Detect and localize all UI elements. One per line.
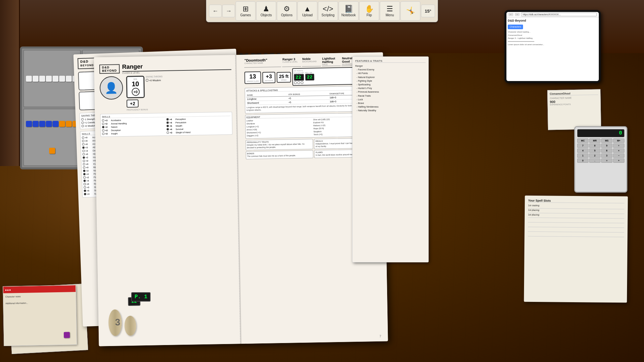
skill-value: +4 <box>169 128 175 130</box>
race-label: RACE <box>322 63 341 66</box>
die[interactable] <box>26 76 32 82</box>
scripting-button[interactable]: </> Scripting <box>318 1 338 21</box>
calc-btn-sub[interactable]: − <box>613 153 624 158</box>
calc-btn-eq[interactable]: = <box>601 158 612 163</box>
save-name: Strength <box>87 118 95 120</box>
notebook-button[interactable]: 📓 Notebook <box>339 1 359 21</box>
die[interactable] <box>33 121 39 127</box>
skill-value: +3 <box>105 119 110 122</box>
tablet-device[interactable]: ← → https://ddb.ac/characters/XXXXXX/...… <box>504 10 601 83</box>
upload-icon: ▲ <box>304 5 311 13</box>
die[interactable] <box>59 76 65 82</box>
portrait-silhouette: 👤 <box>105 81 118 94</box>
calc-btn-7[interactable]: 7 <box>577 143 589 148</box>
die[interactable] <box>46 121 52 127</box>
saving-throws-wis: SAVING THROWS +0 Wisdom <box>146 75 163 98</box>
char-name-label: CHARACTER NAME <box>244 62 281 64</box>
sk-val: +0 <box>86 166 93 169</box>
skill-name: Sleight of Hand <box>176 131 191 134</box>
skill-name: Stealth <box>175 125 182 127</box>
calc-btn-dot[interactable]: . <box>589 158 600 163</box>
die[interactable] <box>39 76 45 82</box>
calc-btn-mc[interactable]: MC <box>577 138 589 143</box>
notebook-icon: 📓 <box>344 5 353 13</box>
blue-dice-cell <box>23 109 81 166</box>
upload-button[interactable]: ▲ Upload <box>297 1 317 21</box>
calc-btn-6[interactable]: 6 <box>601 148 612 153</box>
tablet-back[interactable]: ← <box>508 13 513 16</box>
flip-button[interactable]: ✋ Flip <box>359 1 379 21</box>
background-label: BACKGROUND <box>302 60 321 63</box>
options-button[interactable]: ⚙ Options <box>277 1 297 21</box>
calc-btn-8[interactable]: 8 <box>589 143 600 148</box>
left-beam <box>0 0 20 166</box>
sk-val: +3 <box>85 146 92 149</box>
calc-btn-0[interactable]: 0 <box>577 158 589 163</box>
die[interactable] <box>33 76 39 82</box>
proficiency-label: PROFICIENCY BONUS <box>127 107 232 111</box>
scroll-digital-display: P. 1 <box>131 292 151 302</box>
sk-dot <box>82 136 84 139</box>
die[interactable] <box>46 76 52 82</box>
page-number-3: 3 <box>115 317 120 327</box>
die[interactable] <box>53 76 58 82</box>
skill-circle <box>102 133 104 135</box>
forward-button[interactable]: → <box>222 5 235 17</box>
back-button[interactable]: ← <box>209 5 222 17</box>
die[interactable] <box>66 121 72 127</box>
sk-dot <box>83 160 85 162</box>
objects-icon: ♟ <box>263 5 269 13</box>
save-circle <box>146 79 149 82</box>
die[interactable] <box>39 121 45 127</box>
calc-btn-9[interactable]: 9 <box>601 143 612 148</box>
calc-btn-3[interactable]: 3 <box>601 153 612 158</box>
sk-dot-filled <box>83 156 85 159</box>
calc-btn-div[interactable]: ÷ <box>613 143 624 148</box>
calc-btn-5[interactable]: 5 <box>589 148 600 153</box>
tablet-content: D&D Beyond Characters Character sheet lo… <box>506 17 599 81</box>
calc-btn-4[interactable]: 4 <box>577 148 589 153</box>
sk-dot <box>82 140 84 142</box>
die[interactable] <box>66 76 72 82</box>
die[interactable] <box>49 148 55 154</box>
calc-btn-mul[interactable]: × <box>613 148 624 153</box>
race-value: Lightfoot Halfling <box>322 57 340 64</box>
figure-icon: 🤸 <box>406 7 415 15</box>
calc-btn-add[interactable]: + <box>613 158 624 163</box>
misc-papers-area: garyandgregor SOMETHING UNKNOWN Crude se… <box>3 279 90 352</box>
die[interactable] <box>26 121 32 127</box>
armor-class-box: 13 ARMOR CLASS <box>244 71 261 84</box>
skills-section: SKILLS +3 Acrobatics +4 Perception +2 An… <box>100 112 232 137</box>
calc-btn-mr[interactable]: MR <box>589 138 600 143</box>
hp-current-section: Current HP 22 <box>294 72 304 81</box>
sk-val: +4 <box>86 179 93 182</box>
games-button[interactable]: ⊞ Games <box>236 1 256 21</box>
menu-button[interactable]: ☰ Menu <box>380 1 400 21</box>
die[interactable] <box>59 121 65 127</box>
figure-button[interactable]: 🤸 <box>400 1 420 21</box>
speed-label: SPEED <box>279 79 289 81</box>
class-level-field: Ranger 3 CLASS & LEVEL <box>282 57 301 67</box>
calc-btn-mplus[interactable]: M+ <box>613 138 624 143</box>
skill-name: Animal Handling <box>111 122 127 125</box>
save-circle <box>81 125 84 127</box>
calc-btn-ms[interactable]: MS <box>601 138 612 143</box>
features-header: FEATURES & TRAITS <box>355 59 426 63</box>
sk-dot-filled <box>83 173 85 175</box>
calc-btn-1[interactable]: 1 <box>577 153 589 158</box>
equipment-item: LeatherShortbowLongbow (×1)Arrow (×20)Sh… <box>246 118 313 137</box>
objects-button[interactable]: ♟ Objects <box>256 1 276 21</box>
tablet-url-field[interactable]: https://ddb.ac/characters/XXXXXX/... <box>521 13 597 16</box>
sk-val: +2 <box>86 176 93 179</box>
purple-die-on-paper[interactable] <box>64 332 70 338</box>
calc-btn-2[interactable]: 2 <box>589 153 600 158</box>
hp-digital-current: 22 <box>294 74 304 81</box>
sk-dot <box>83 166 85 169</box>
attack-bonus-cell: +5 <box>288 100 329 104</box>
sk-val: +0 <box>86 163 92 165</box>
scroll-tube[interactable] <box>124 316 136 336</box>
tablet-forward[interactable]: → <box>515 13 520 16</box>
sk-dot-filled <box>83 170 85 172</box>
die[interactable] <box>53 121 58 127</box>
skill-name: Nature <box>111 126 118 128</box>
